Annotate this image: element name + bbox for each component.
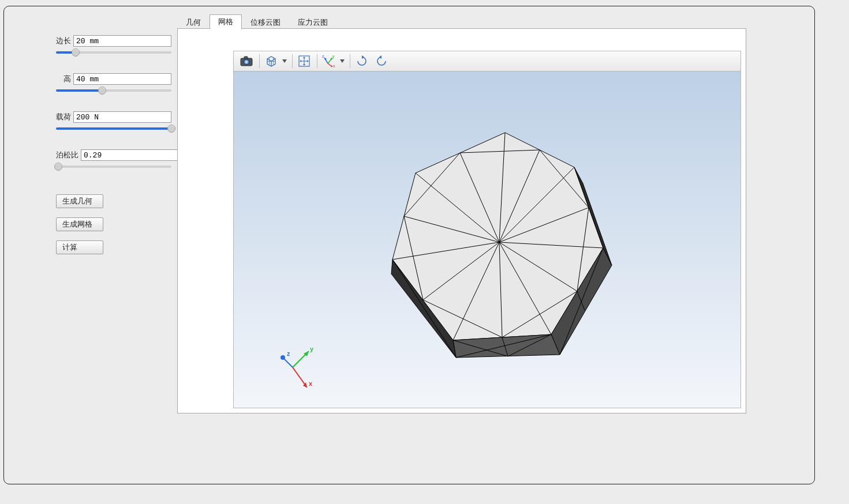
load-slider[interactable] [56,124,171,133]
tab-strip: 几何 网格 位移云图 应力云图 [177,15,336,29]
orientation-triad: x y z [275,344,327,396]
cube-icon[interactable] [262,52,280,70]
param-row-edge-length: 边长 [56,35,171,47]
svg-point-67 [280,355,285,360]
tab-stress[interactable]: 应力云图 [289,15,336,29]
edge-length-slider[interactable] [56,48,171,57]
generate-geometry-button[interactable]: 生成几何 [56,194,103,208]
svg-marker-14 [303,64,305,66]
viewer-frame: x y z [177,28,746,413]
param-label: 边长 [56,36,73,46]
fit-view-icon[interactable] [295,52,313,70]
app-window: 边长 高 载荷 泊松比 [3,6,815,484]
param-label: 高 [56,74,73,84]
svg-text:z: z [322,54,324,58]
svg-marker-26 [340,59,345,63]
generate-mesh-button[interactable]: 生成网格 [56,217,103,231]
param-row-height: 高 [56,73,171,85]
camera-icon[interactable] [237,52,256,70]
tab-mesh[interactable]: 网格 [210,14,242,29]
height-slider[interactable] [56,86,171,95]
axes-dropdown-icon[interactable] [339,59,345,63]
svg-marker-15 [300,60,301,62]
rotate-cw-icon[interactable] [353,52,371,70]
triad-z-label: z [287,350,290,357]
svg-marker-27 [362,55,364,59]
svg-text:x: x [333,64,335,68]
param-label: 载荷 [56,112,73,122]
svg-marker-16 [307,60,309,62]
height-input[interactable] [73,73,171,85]
mesh-geometry [361,121,620,375]
tab-displacement[interactable]: 位移云图 [242,15,289,29]
svg-rect-1 [244,57,248,59]
side-panel: 边长 高 载荷 泊松比 [56,35,171,264]
poisson-input[interactable] [81,149,179,161]
axes-xyz-icon[interactable]: x y z [320,52,338,70]
svg-text:y: y [332,54,335,59]
svg-marker-28 [379,55,382,59]
triad-y-label: y [310,345,314,352]
svg-marker-13 [303,57,305,58]
cube-dropdown-icon[interactable] [282,59,287,63]
param-row-load: 载荷 [56,111,171,123]
load-input[interactable] [73,111,171,123]
compute-button[interactable]: 计算 [56,240,103,254]
triad-x-label: x [309,380,313,387]
tab-geometry[interactable]: 几何 [177,15,210,29]
rotate-ccw-icon[interactable] [372,52,391,70]
edge-length-input[interactable] [73,35,171,47]
poisson-slider[interactable] [56,162,171,171]
viewer-toolbar: x y z [233,51,741,72]
svg-line-66 [284,359,293,367]
canvas-3d-viewport[interactable]: x y z [233,72,741,408]
param-row-poisson: 泊松比 [56,149,171,161]
svg-point-3 [245,61,248,63]
svg-marker-9 [282,59,287,63]
param-label: 泊松比 [56,150,81,160]
